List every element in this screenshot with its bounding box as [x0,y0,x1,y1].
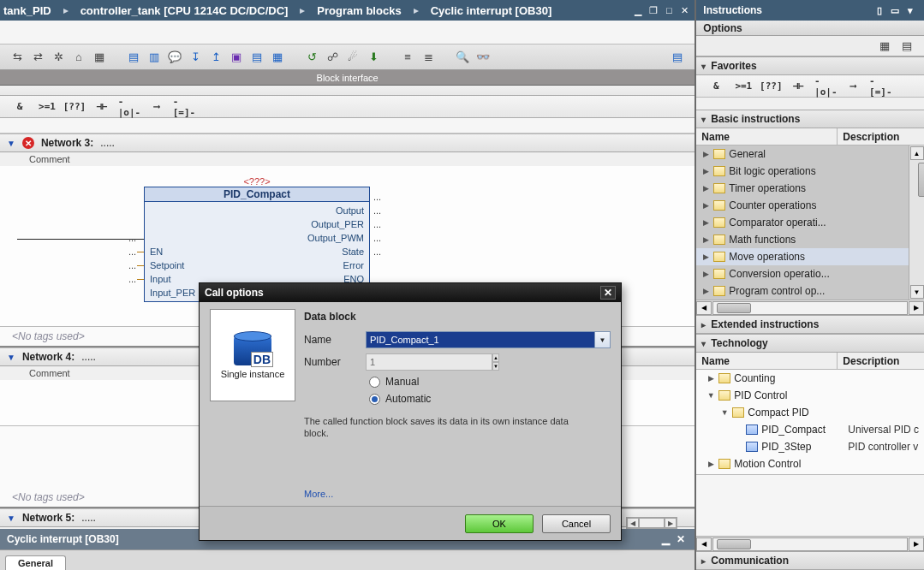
number-spin-up-icon[interactable]: ▲ [492,353,499,362]
cancel-button[interactable]: Cancel [542,514,611,533]
tool-4-icon[interactable]: ⌂ [70,49,87,66]
scroll-right-icon[interactable]: ▶ [909,537,924,551]
radio-manual-icon[interactable] [369,377,380,388]
extended-instructions-header[interactable]: ▸ Extended instructions [696,315,924,334]
maximize-icon[interactable]: □ [662,4,676,16]
basic-item[interactable]: ▶Move operations [696,248,909,265]
lad-op-coil[interactable]: ⟶ [146,98,168,116]
tech-hscrollbar[interactable]: ◀ ▶ [696,536,924,551]
vscrollbar[interactable]: ▲ ▼ [909,145,924,300]
lad-op-asgn[interactable]: -[=]- [173,98,195,116]
lad-op-or[interactable]: >=1 [36,98,58,116]
tool-6-icon[interactable]: ▤ [125,49,142,66]
download-icon[interactable]: ⬇ [365,49,382,66]
tech-item[interactable]: ▶Counting [696,370,924,387]
tech-item[interactable]: PID_3StepPID controller v [696,438,924,455]
radio-manual[interactable]: Manual [369,376,611,388]
tech-item[interactable]: ▶Motion Control [696,455,924,472]
technology-header[interactable]: ▾ Technology [696,334,924,353]
tool-12-icon[interactable]: ▤ [248,49,265,66]
fav-op-asgn[interactable]: -[=]- [869,78,891,95]
basic-item[interactable]: ▶Comparator operati... [696,214,909,231]
tool-11-icon[interactable]: ▣ [228,49,245,66]
comment-icon[interactable]: 💬 [166,49,183,66]
name-dropdown-icon[interactable]: ▼ [595,331,611,348]
basic-list[interactable]: ▶General▶Bit logic operations▶Timer oper… [696,145,909,300]
more-link[interactable]: More... [304,489,611,499]
scroll-up-icon[interactable]: ▲ [910,146,924,160]
panel-icon-2[interactable]: ▤ [898,38,915,55]
tab-general[interactable]: General [5,555,66,570]
tool-right-icon[interactable]: ▤ [669,49,686,66]
lad-op-and[interactable]: & [9,98,31,116]
block-interface-bar[interactable]: Block interface [0,70,694,86]
footer-close-icon[interactable]: ✕ [674,533,688,545]
basic-item[interactable]: ▶Math functions [696,231,909,248]
crumb-3[interactable]: Cyclic interrupt [OB30] [431,4,552,17]
tool-21-icon[interactable]: 👓 [474,49,492,66]
tool-13-icon[interactable]: ▦ [269,49,286,66]
tree-expander-icon[interactable]: ▼ [720,408,729,417]
panel-icon-1[interactable]: ▦ [876,38,893,55]
name-input[interactable] [366,331,595,348]
refresh-icon[interactable]: ✲ [50,49,67,66]
radio-automatic-icon[interactable] [369,394,380,405]
tool-15-icon[interactable]: ☍ [324,49,341,66]
radio-automatic[interactable]: Automatic [369,393,611,405]
chevron-down-icon[interactable]: ▼ [7,514,15,523]
technology-tree[interactable]: ▶Counting▼PID Control▼Compact PIDPID_Com… [696,370,924,475]
chevron-down-icon[interactable]: ▼ [7,139,15,148]
scroll-left-icon[interactable]: ◀ [696,301,712,315]
ok-button[interactable]: OK [465,514,534,533]
scroll-left-icon[interactable]: ◀ [696,537,712,551]
scroll-down-icon[interactable]: ▼ [910,285,924,299]
tool-1-icon[interactable]: ⇆ [9,49,26,66]
network-3-header[interactable]: ▼ ✕ Network 3: ..... [0,134,694,152]
tech-item[interactable]: PID_CompactUniversal PID c [696,421,924,438]
tool-10-icon[interactable]: ↥ [207,49,224,66]
fav-op-nc[interactable]: -|o|- [814,78,837,95]
tool-16-icon[interactable]: ☄ [344,49,361,66]
restore-icon[interactable]: ❐ [647,4,660,16]
footer-close-partial-icon[interactable]: ▁ [659,533,672,545]
panel-pin-icon[interactable]: ▯ [873,4,886,16]
tool-9-icon[interactable]: ↧ [187,49,204,66]
close-icon[interactable]: ✕ [677,4,691,16]
fav-op-coil[interactable]: ⟶ [842,78,864,95]
lad-op-nc[interactable]: -|o|- [118,98,140,116]
tree-expander-icon[interactable]: ▼ [706,391,715,400]
crumb-0[interactable]: tank_PID [3,4,51,17]
lad-op-no[interactable]: ⊣⊢ [91,98,113,116]
network-3-comment[interactable]: Comment [0,152,694,166]
small-scrollbar[interactable]: ◀ ▶ [626,517,677,529]
tool-7-icon[interactable]: ▥ [146,49,163,66]
tree-expander-icon[interactable]: ▶ [706,374,715,383]
crumb-1[interactable]: controller_tank [CPU 1214C DC/DC/DC] [80,4,289,17]
search-icon[interactable]: 🔍 [454,49,471,66]
basic-item[interactable]: ▶Bit logic operations [696,163,909,180]
favorites-header[interactable]: ▾ Favorites [696,56,924,75]
tool-14-icon[interactable]: ↺ [303,49,320,66]
crumb-2[interactable]: Program blocks [317,4,401,17]
lad-op-box[interactable]: [??] [63,98,86,116]
basic-item[interactable]: ▶Program control op... [696,282,909,300]
basic-item[interactable]: ▶Counter operations [696,197,909,214]
panel-menu-icon[interactable]: ▾ [903,4,917,16]
number-spin-down-icon[interactable]: ▼ [492,362,499,371]
chevron-down-icon[interactable]: ▼ [7,353,15,362]
tool-19-icon[interactable]: ≣ [420,49,437,66]
scroll-right-icon[interactable]: ▶ [909,301,924,315]
fav-op-and[interactable]: & [705,78,727,95]
basic-item[interactable]: ▶Timer operations [696,180,909,197]
tech-item[interactable]: ▼PID Control [696,387,924,404]
fav-op-no[interactable]: ⊣⊢ [787,78,809,95]
tech-item[interactable]: ▼Compact PID [696,404,924,421]
tool-18-icon[interactable]: ≡ [399,49,416,66]
basic-hscrollbar[interactable]: ◀ ▶ [696,300,924,315]
scroll-left-icon[interactable]: ◀ [627,518,639,528]
communication-header[interactable]: ▸ Communication [696,551,924,570]
basic-instructions-header[interactable]: ▾ Basic instructions [696,110,924,128]
tool-5-icon[interactable]: ▦ [91,49,108,66]
panel-dock-icon[interactable]: ▭ [888,4,902,16]
fav-op-or[interactable]: >=1 [732,78,754,95]
